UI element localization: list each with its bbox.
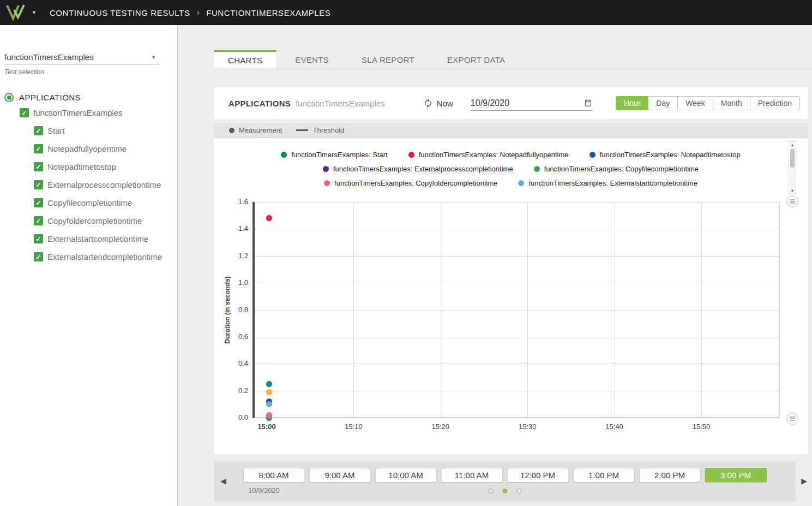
checkbox-checked-icon[interactable]: ✓ [34,162,43,171]
checkbox-checked-icon[interactable]: ✓ [34,198,43,207]
timeline-slot[interactable]: 9:00 AM [309,468,371,483]
gridline [255,202,779,203]
tab-charts[interactable]: CHARTS [214,50,276,69]
y-tick-label: 1.6 [224,198,248,206]
data-point[interactable] [266,215,272,221]
date-input[interactable]: 10/9/2020 [471,96,592,111]
x-tick-label: 15:40 [597,422,632,431]
legend-dot-icon [281,152,287,158]
grip-lines-icon [790,199,795,204]
legend-scrollbar-track[interactable] [789,148,796,187]
legend-dot-icon [590,152,596,158]
page-dot-active[interactable] [502,489,507,493]
tree-item[interactable]: ✓ Copyfilecompletiontime [0,194,177,212]
data-point[interactable] [266,401,272,407]
x-tick-label: 15:50 [684,422,719,431]
scroll-up-icon[interactable]: ▲ [791,141,795,148]
tree-item-label: Copyfoldercompletiontime [47,216,142,225]
checkbox-checked-icon[interactable]: ✓ [34,144,43,153]
timeline-slot[interactable]: 8:00 AM [243,468,305,483]
tree-item[interactable]: ✓ Start [0,122,177,140]
page-dot[interactable] [516,489,521,493]
legend-scrollbar-thumb[interactable] [790,149,795,168]
x-tick-label: 15:20 [423,422,458,431]
checkbox-checked-icon[interactable]: ✓ [34,234,43,243]
chart-range-handle-top[interactable] [786,195,798,207]
scroll-down-icon[interactable]: ▼ [791,187,795,194]
refresh-now-button[interactable]: Now [423,98,453,108]
tree-item[interactable]: ✓ Externalprocesscompletiontime [0,176,177,194]
timeline-page-dots [488,489,521,493]
timeline-slot-active[interactable]: 3:00 PM [705,468,767,483]
topbar: ▼ CONTINUOUS TESTING RESULTS › FUNCTIONT… [0,0,812,25]
scroll-left-icon[interactable]: ◀ [220,477,226,485]
tab-bar: CHARTS EVENTS SLA REPORT EXPORT DATA [214,50,812,69]
tree-item[interactable]: ✓ Externalstartcompletiontime [0,230,177,248]
applications-radio-row[interactable]: APPLICATIONS [4,93,81,102]
timeline-slot[interactable]: 2:00 PM [639,468,701,483]
range-button-week[interactable]: Week [677,96,713,110]
tree-item-root[interactable]: ✓ functionTimersExamples [0,104,177,122]
chevron-down-icon[interactable]: ▼ [32,10,37,15]
legend-item-label: functionTimersExamples: Notepadtimetosto… [600,151,741,159]
legend-item[interactable]: functionTimersExamples: Externalprocessc… [323,164,513,174]
legend-scrollbar[interactable]: ▲ ▼ [789,141,796,194]
tree-item[interactable]: ✓ Copyfoldercompletiontime [0,212,177,230]
range-button-day[interactable]: Day [648,96,678,110]
data-point[interactable] [266,381,272,387]
calendar-icon [584,99,592,107]
data-point[interactable] [266,389,272,395]
range-button-hour[interactable]: Hour [616,96,648,110]
checkbox-checked-icon[interactable]: ✓ [34,180,43,189]
timeline-slot[interactable]: 12:00 PM [507,468,569,483]
tree-item[interactable]: ✓ Notepadfullyopentime [0,140,177,158]
tree-item-label: Notepadtimetostop [47,162,116,171]
tab-export-data[interactable]: EXPORT DATA [433,50,519,69]
chart-range-handle-bottom[interactable] [786,413,798,425]
checkbox-checked-icon[interactable]: ✓ [34,126,43,135]
gridline [255,283,779,283]
gridline [255,256,779,257]
timeline-slot[interactable]: 11:00 AM [441,468,503,483]
chart-plot-area: 0.00.20.40.60.81.01.21.41.615:0015:1015:… [252,202,780,418]
legend-item[interactable]: functionTimersExamples: Copyfoldercomple… [324,178,497,188]
checkbox-checked-icon[interactable]: ✓ [34,252,43,261]
scroll-right-icon[interactable]: ▶ [801,477,807,485]
legend-dot-icon [324,180,330,186]
range-button-prediction[interactable]: Prediction [750,96,800,110]
legend-dot-icon [408,152,414,158]
gridline [615,202,615,418]
gridline [441,202,441,418]
breadcrumb-root[interactable]: CONTINUOUS TESTING RESULTS [50,8,190,17]
page-dot[interactable] [488,489,493,493]
tab-sla-report[interactable]: SLA REPORT [347,50,429,69]
chart-panel-header: APPLICATIONS functionTimersExamples Now … [214,87,808,119]
legend-item[interactable]: functionTimersExamples: Notepadfullyopen… [408,150,569,159]
checkbox-checked-icon[interactable]: ✓ [34,216,43,225]
legend-item-label: functionTimersExamples: Notepadfullyopen… [419,151,569,159]
legend-item[interactable]: functionTimersExamples: Copyfilecompleti… [534,164,699,174]
data-point[interactable] [266,412,272,418]
tree-item[interactable]: ✓ Notepadtimetostop [0,158,177,176]
test-tree: ✓ functionTimersExamples ✓ Start ✓ Notep… [0,104,177,266]
app-logo-icon[interactable] [5,3,27,22]
timeline-slot[interactable]: 10:00 AM [375,468,437,483]
y-tick-label: 1.0 [224,278,248,287]
chart-legend: functionTimersExamples: StartfunctionTim… [271,150,751,188]
tab-events[interactable]: EVENTS [281,50,343,69]
legend-item-label: functionTimersExamples: Copyfoldercomple… [334,179,497,187]
timeline-slot[interactable]: 1:00 PM [573,468,635,483]
checkbox-checked-icon[interactable]: ✓ [20,108,29,117]
y-tick-label: 1.4 [224,224,248,233]
main-content: CHARTS EVENTS SLA REPORT EXPORT DATA APP… [178,25,812,506]
radio-selected-icon [4,93,14,102]
tree-item[interactable]: ✓ Externalstartendcompletiontime [0,248,177,266]
test-selection-caption: Test selection [4,68,44,76]
legend-item-label: functionTimersExamples: Copyfilecompleti… [544,165,699,173]
legend-item[interactable]: functionTimersExamples: Notepadtimetosto… [590,150,741,159]
range-button-month[interactable]: Month [713,96,750,110]
gridline [255,391,779,391]
legend-item[interactable]: functionTimersExamples: Externalstartcom… [518,178,697,188]
legend-item[interactable]: functionTimersExamples: Start [281,150,388,159]
test-selection-dropdown[interactable]: functionTimersExamples ▼ [4,52,159,64]
